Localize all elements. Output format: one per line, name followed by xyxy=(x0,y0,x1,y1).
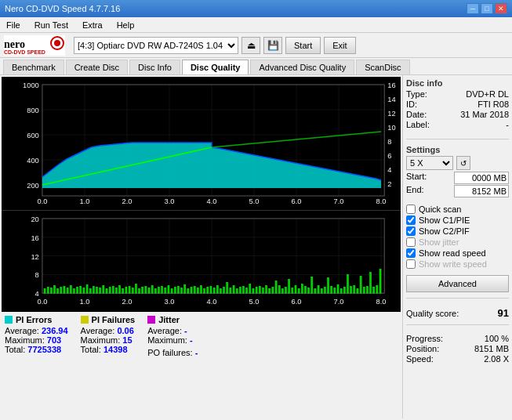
tab-scandisc[interactable]: ScanDisc xyxy=(356,60,409,74)
svg-rect-135 xyxy=(289,279,290,293)
svg-rect-68 xyxy=(70,285,71,293)
show-jitter-checkbox[interactable] xyxy=(406,237,416,247)
svg-rect-105 xyxy=(191,287,192,293)
advanced-button[interactable]: Advanced xyxy=(406,275,509,292)
svg-rect-106 xyxy=(194,286,195,293)
jitter-average-row: Average: - xyxy=(147,326,198,335)
show-write-speed-checkbox[interactable] xyxy=(406,259,416,269)
quick-scan-row: Quick scan xyxy=(406,205,509,214)
end-input[interactable] xyxy=(454,185,509,197)
divider-1 xyxy=(406,139,509,139)
svg-rect-63 xyxy=(53,285,55,293)
svg-rect-95 xyxy=(158,287,159,293)
svg-text:6.0: 6.0 xyxy=(292,298,302,306)
svg-rect-94 xyxy=(154,288,156,293)
exit-button[interactable]: Exit xyxy=(324,37,355,54)
svg-rect-60 xyxy=(44,288,45,293)
svg-rect-163 xyxy=(379,269,381,293)
svg-rect-67 xyxy=(67,288,68,293)
svg-text:5.0: 5.0 xyxy=(249,197,260,205)
chart-panel: 1000 800 600 400 200 16 14 12 10 8 6 4 2… xyxy=(2,77,401,417)
svg-rect-155 xyxy=(354,285,355,293)
close-button[interactable]: ✕ xyxy=(495,3,507,14)
right-panel: Disc info Type: DVD+R DL ID: FTI R08 Dat… xyxy=(402,75,512,418)
svg-text:8: 8 xyxy=(35,272,39,280)
pi-failures-maximum-value: 15 xyxy=(122,335,132,345)
svg-rect-79 xyxy=(106,288,107,293)
svg-rect-110 xyxy=(207,287,209,293)
tab-disc-info[interactable]: Disc Info xyxy=(129,60,180,74)
tab-benchmark[interactable]: Benchmark xyxy=(3,60,64,74)
speed-select[interactable]: 5 X xyxy=(406,156,453,170)
svg-rect-83 xyxy=(119,285,121,293)
show-jitter-label: Show jitter xyxy=(419,237,459,247)
show-c1-pie-row: Show C1/PIE xyxy=(406,215,509,225)
maximize-button[interactable]: □ xyxy=(481,3,493,14)
minimize-button[interactable]: ─ xyxy=(467,3,479,14)
show-c2-pif-checkbox[interactable] xyxy=(406,226,416,236)
svg-rect-121 xyxy=(242,286,244,293)
end-row: End: xyxy=(406,185,509,197)
start-row: Start: xyxy=(406,172,509,184)
pi-errors-maximum-value: 703 xyxy=(47,335,61,345)
eject-button[interactable]: ⏏ xyxy=(241,37,260,54)
start-input[interactable] xyxy=(454,172,509,184)
svg-rect-71 xyxy=(80,286,82,293)
svg-rect-114 xyxy=(220,288,221,293)
svg-rect-120 xyxy=(239,287,241,293)
settings-refresh-button[interactable]: ↺ xyxy=(456,156,470,170)
show-c2-pif-label: Show C2/PIF xyxy=(419,226,470,236)
svg-rect-101 xyxy=(177,286,179,293)
svg-rect-144 xyxy=(318,285,319,293)
svg-rect-70 xyxy=(77,287,78,293)
svg-rect-139 xyxy=(301,284,303,293)
svg-rect-98 xyxy=(168,285,169,293)
svg-rect-61 xyxy=(47,287,49,293)
jitter-color xyxy=(147,316,155,324)
svg-rect-147 xyxy=(328,277,329,293)
divider-3 xyxy=(406,324,509,325)
pi-failures-total-row: Total: 14398 xyxy=(81,345,136,354)
menu-run-test[interactable]: Run Test xyxy=(31,19,71,31)
svg-rect-153 xyxy=(347,274,348,293)
svg-rect-90 xyxy=(142,287,143,293)
svg-rect-89 xyxy=(139,288,140,293)
pi-errors-total-value: 7725338 xyxy=(27,345,61,354)
position-row: Position: 8151 MB xyxy=(406,344,509,353)
menu-help[interactable]: Help xyxy=(114,19,138,31)
show-read-speed-row: Show read speed xyxy=(406,248,509,258)
svg-rect-134 xyxy=(285,287,286,293)
svg-text:4.0: 4.0 xyxy=(207,197,217,205)
svg-rect-111 xyxy=(210,286,212,293)
quick-scan-checkbox[interactable] xyxy=(406,205,416,214)
disc-type-row: Type: DVD+R DL xyxy=(406,89,509,99)
show-jitter-row: Show jitter xyxy=(406,237,509,247)
menu-file[interactable]: File xyxy=(3,19,24,31)
svg-text:0.0: 0.0 xyxy=(37,298,47,306)
svg-rect-45 xyxy=(2,211,401,312)
disc-info-section: Disc info Type: DVD+R DL ID: FTI R08 Dat… xyxy=(406,78,509,130)
svg-rect-115 xyxy=(223,287,225,293)
svg-text:16: 16 xyxy=(31,234,38,242)
show-c1-pie-checkbox[interactable] xyxy=(406,215,416,225)
legend-pi-errors: PI Errors Average: 236.94 Maximum: 703 T… xyxy=(5,315,68,357)
start-label: Start: xyxy=(406,172,427,184)
drive-selector[interactable]: [4:3] Optiarc DVD RW AD-7240S 1.04 xyxy=(74,37,238,54)
tab-disc-quality[interactable]: Disc Quality xyxy=(182,60,249,74)
svg-text:1.0: 1.0 xyxy=(79,298,89,306)
svg-rect-77 xyxy=(100,288,101,293)
tab-create-disc[interactable]: Create Disc xyxy=(66,60,128,74)
pi-failures-average-row: Average: 0.06 xyxy=(81,326,136,335)
svg-rect-156 xyxy=(357,288,358,293)
show-read-speed-checkbox[interactable] xyxy=(406,248,416,258)
svg-rect-66 xyxy=(64,286,65,293)
svg-text:3.0: 3.0 xyxy=(165,197,175,205)
tab-advanced-disc-quality[interactable]: Advanced Disc Quality xyxy=(250,60,354,74)
svg-text:0.0: 0.0 xyxy=(37,197,47,205)
pi-failures-color xyxy=(81,316,89,324)
menu-extra[interactable]: Extra xyxy=(79,19,106,31)
save-button[interactable]: 💾 xyxy=(263,37,282,54)
svg-rect-64 xyxy=(57,288,59,293)
progress-row: Progress: 100 % xyxy=(406,334,509,343)
start-button[interactable]: Start xyxy=(285,37,321,54)
